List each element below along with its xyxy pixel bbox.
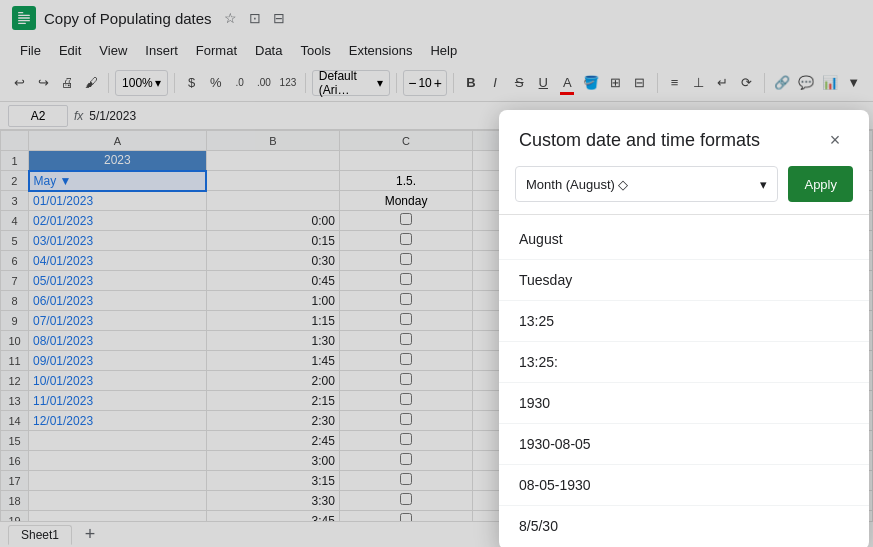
modal-title: Custom date and time formats	[519, 130, 760, 151]
list-item[interactable]: 08-05-1930	[499, 465, 869, 506]
list-item[interactable]: 13:25	[499, 301, 869, 342]
custom-date-time-modal: Custom date and time formats × Month (Au…	[499, 110, 869, 547]
format-type-dropdown[interactable]: Month (August) ◇ ▾	[515, 166, 778, 202]
modal-header: Custom date and time formats ×	[499, 110, 869, 166]
list-item[interactable]: Tuesday	[499, 260, 869, 301]
list-item[interactable]: August	[499, 219, 869, 260]
modal-overlay: Custom date and time formats × Month (Au…	[0, 0, 873, 547]
list-item[interactable]: 1930-08-05	[499, 424, 869, 465]
close-icon: ×	[830, 130, 841, 151]
list-item[interactable]: 8/5/30	[499, 506, 869, 546]
format-dropdown-chevron: ▾	[760, 177, 767, 192]
list-item[interactable]: 13:25:	[499, 342, 869, 383]
format-list: August Tuesday 13:25 13:25: 1930 1930-08…	[499, 215, 869, 547]
apply-button[interactable]: Apply	[788, 166, 853, 202]
modal-controls: Month (August) ◇ ▾ Apply	[499, 166, 869, 214]
format-dropdown-label: Month (August) ◇	[526, 177, 629, 192]
list-item[interactable]: 1930	[499, 383, 869, 424]
modal-close-button[interactable]: ×	[821, 126, 849, 154]
